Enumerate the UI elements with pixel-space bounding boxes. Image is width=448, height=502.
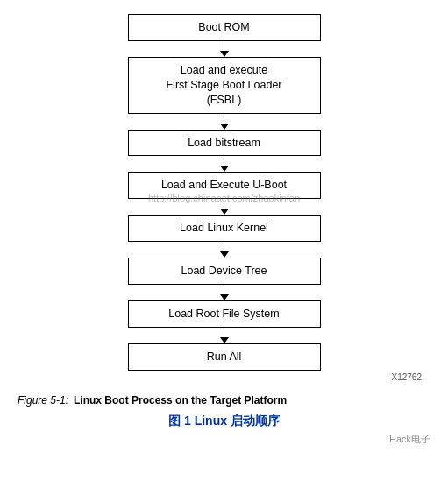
arrow-5: [224, 242, 224, 258]
arrow-7: [224, 328, 224, 343]
arrow-4: [224, 199, 224, 215]
box-device-tree: Load Device Tree: [128, 258, 321, 285]
box-bitstream: Load bitstream: [128, 130, 321, 157]
hack-watermark: Hack电子: [18, 433, 430, 446]
fig-title: Linux Boot Process on the Target Platfor…: [74, 394, 287, 407]
box-run-all: Run All: [128, 343, 321, 371]
box-kernel: Load Linux Kernel: [128, 215, 321, 242]
box-rootfs: Load Root File System: [128, 300, 321, 328]
fig-label: Figure 5-1:: [18, 394, 68, 407]
box-boot-rom: Boot ROM: [128, 14, 321, 41]
box-uboot: Load and Execute U-Boot: [128, 172, 321, 199]
arrow-2: [224, 114, 224, 130]
arrow-3: [224, 156, 224, 172]
x-label: X12762: [392, 372, 422, 382]
boot-diagram: http://blog.chinaaet.com/zhaokinfan Boot…: [18, 14, 430, 382]
arrow-6: [224, 285, 224, 300]
arrow-1: [224, 41, 224, 57]
box-fsbl: Load and execute First Stage Boot Loader…: [128, 57, 321, 114]
chinese-caption: 图 1 Linux 启动顺序: [18, 414, 430, 429]
figure-caption: Figure 5-1: Linux Boot Process on the Ta…: [18, 394, 430, 407]
